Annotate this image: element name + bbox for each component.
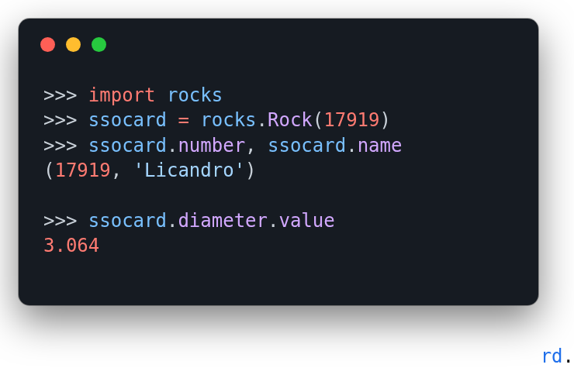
background-code-fragment: rd. [541,346,574,367]
repl-prompt: >>> [43,84,88,106]
dot: . [167,210,178,232]
paren-close: ) [245,160,256,181]
terminal-window: >>> import rocks >>> ssocard = rocks.Roc… [19,19,538,305]
minimize-icon[interactable] [66,37,81,52]
bg-ident: rd [541,346,563,367]
window-titlebar [19,19,538,60]
paren-open: ( [43,160,54,181]
output-number: 17919 [54,160,110,181]
keyword-import: import [88,84,156,106]
variable: ssocard [88,135,167,156]
repl-prompt: >>> [43,135,88,156]
comma: , [245,135,268,156]
close-icon[interactable] [40,37,55,52]
output-number: 3.064 [43,235,99,256]
variable: ssocard [268,135,346,156]
module-name: rocks [167,84,223,106]
attribute: number [178,135,245,156]
attribute: value [278,210,334,232]
attribute: name [358,135,403,156]
operator-eq: = [167,109,200,131]
repl-prompt: >>> [43,109,88,131]
variable: ssocard [88,109,167,131]
dot: . [167,135,178,156]
variable: ssocard [88,210,167,232]
paren-close: ) [380,109,391,131]
constructor: Rock [268,109,313,131]
code-area: >>> import rocks >>> ssocard = rocks.Roc… [19,60,538,259]
output-string: 'Licandro' [133,160,246,181]
bg-dot: . [563,346,574,367]
comma: , [111,160,133,181]
object: rocks [200,109,256,131]
maximize-icon[interactable] [92,37,106,52]
number-arg: 17919 [323,109,379,131]
dot: . [268,210,278,232]
attribute: diameter [178,210,268,232]
repl-prompt: >>> [43,210,88,232]
paren-open: ( [313,109,323,131]
dot: . [346,135,357,156]
dot: . [257,109,268,131]
